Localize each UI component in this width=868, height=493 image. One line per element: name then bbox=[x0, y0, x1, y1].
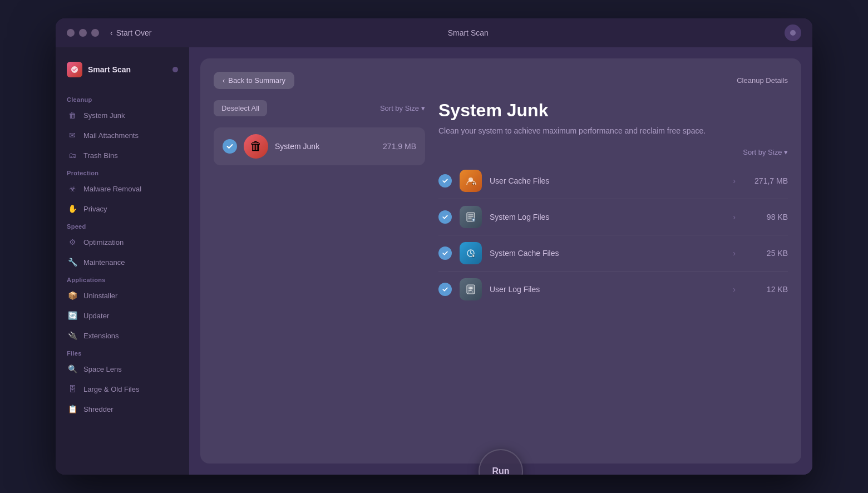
detail-title: System Junk bbox=[438, 100, 788, 121]
sort-by-size-button[interactable]: Sort by Size ▾ bbox=[380, 104, 425, 112]
sidebar-item-large-old-files[interactable]: 🗄 Large & Old Files bbox=[56, 379, 189, 399]
check-icon-user-log bbox=[438, 283, 452, 296]
sidebar-item-malware-removal[interactable]: ☣ Malware Removal bbox=[56, 179, 189, 199]
detail-item-system-cache[interactable]: System Cache Files › 25 KB bbox=[438, 235, 788, 272]
mail-attachments-icon: ✉ bbox=[67, 130, 78, 141]
nav-back[interactable]: ‹ Start Over bbox=[110, 28, 151, 37]
title-bar-action[interactable] bbox=[785, 24, 801, 41]
list-header: Deselect All Sort by Size ▾ bbox=[214, 100, 425, 116]
maintenance-icon: 🔧 bbox=[67, 257, 78, 268]
sidebar-item-trash-bins[interactable]: 🗂 Trash Bins bbox=[56, 145, 189, 165]
malware-removal-icon: ☣ bbox=[67, 183, 78, 194]
sidebar-item-updater[interactable]: 🔄 Updater bbox=[56, 305, 189, 326]
card-body: Deselect All Sort by Size ▾ bbox=[214, 100, 788, 450]
chevron-right-icon: › bbox=[733, 213, 736, 221]
sidebar-item-shredder-label: Shredder bbox=[83, 405, 113, 413]
sidebar-item-maintenance[interactable]: 🔧 Maintenance bbox=[56, 252, 189, 272]
system-cache-label: System Cache Files bbox=[490, 249, 725, 258]
chevron-right-icon: › bbox=[733, 176, 736, 185]
detail-item-system-log[interactable]: System Log Files › 98 KB bbox=[438, 199, 788, 235]
privacy-icon: ✋ bbox=[67, 203, 78, 214]
cleanup-details-label: Cleanup Details bbox=[737, 76, 788, 85]
check-circle-icon bbox=[223, 139, 237, 154]
user-log-size: 12 KB bbox=[743, 285, 788, 294]
sidebar-section-label-protection: Protection bbox=[56, 165, 189, 179]
sidebar-item-extensions-label: Extensions bbox=[83, 332, 119, 340]
sidebar-item-shredder[interactable]: 📋 Shredder bbox=[56, 399, 189, 419]
shredder-icon: 📋 bbox=[67, 403, 78, 415]
sidebar-section-label-cleanup: Cleanup bbox=[56, 92, 189, 105]
check-icon-system-log bbox=[438, 210, 452, 224]
system-cache-icon bbox=[460, 242, 482, 264]
chevron-right-icon: › bbox=[733, 249, 736, 258]
smart-scan-dot-icon bbox=[172, 67, 178, 72]
sidebar-item-updater-label: Updater bbox=[83, 312, 109, 320]
check-icon-system-cache bbox=[438, 247, 452, 260]
minimize-button[interactable] bbox=[79, 29, 87, 37]
system-cache-size: 25 KB bbox=[743, 249, 788, 258]
system-junk-list-item[interactable]: 🗑 System Junk 271,9 MB bbox=[214, 127, 425, 165]
sort-label-text: Sort by Size bbox=[380, 104, 419, 112]
detail-sort-button[interactable]: Sort by Size ▾ bbox=[743, 148, 788, 156]
deselect-all-label: Deselect All bbox=[221, 104, 259, 112]
user-cache-size: 271,7 MB bbox=[743, 176, 788, 185]
back-to-summary-button[interactable]: ‹ Back to Summary bbox=[214, 72, 294, 89]
chevron-left-icon: ‹ bbox=[110, 28, 113, 37]
detail-item-user-log[interactable]: User Log Files › 12 KB bbox=[438, 272, 788, 307]
left-panel: Deselect All Sort by Size ▾ bbox=[214, 100, 425, 450]
sidebar-section-label-applications: Applications bbox=[56, 272, 189, 285]
run-button-label: Run bbox=[492, 466, 509, 475]
sidebar-item-space-lens-label: Space Lens bbox=[83, 365, 122, 373]
close-button[interactable] bbox=[67, 29, 75, 37]
extensions-icon: 🔌 bbox=[67, 330, 78, 341]
user-cache-label: User Cache Files bbox=[490, 176, 725, 185]
chevron-left-icon: ‹ bbox=[223, 76, 225, 85]
system-log-label: System Log Files bbox=[490, 213, 725, 221]
sidebar-item-mail-attachments-label: Mail Attachments bbox=[83, 131, 139, 140]
check-icon-user-cache bbox=[438, 174, 452, 188]
user-cache-icon bbox=[460, 170, 482, 192]
right-panel: System Junk Clean your system to achieve… bbox=[438, 100, 788, 450]
sidebar: Smart Scan Cleanup 🗑 System Junk ✉ Mail … bbox=[56, 47, 189, 475]
sidebar-section-label-files: Files bbox=[56, 346, 189, 359]
sidebar-item-privacy-label: Privacy bbox=[83, 205, 107, 213]
back-btn-label: Back to Summary bbox=[228, 76, 285, 85]
large-old-files-icon: 🗄 bbox=[67, 383, 78, 395]
app-window: ‹ Start Over Smart Scan Smart Scan bbox=[56, 18, 812, 475]
sidebar-section-speed: Speed ⚙ Optimization 🔧 Maintenance bbox=[56, 219, 189, 272]
detail-description: Clean your system to achieve maximum per… bbox=[438, 125, 788, 137]
system-junk-icon: 🗑 bbox=[67, 110, 78, 121]
sidebar-item-malware-removal-label: Malware Removal bbox=[83, 185, 141, 193]
space-lens-icon: 🔍 bbox=[67, 363, 78, 374]
window-title: Smart Scan bbox=[151, 28, 785, 37]
maximize-button[interactable] bbox=[91, 29, 99, 37]
sidebar-item-system-junk[interactable]: 🗑 System Junk bbox=[56, 105, 189, 125]
sidebar-item-optimization-label: Optimization bbox=[83, 238, 124, 247]
sidebar-section-cleanup: Cleanup 🗑 System Junk ✉ Mail Attachments… bbox=[56, 92, 189, 165]
sidebar-item-extensions[interactable]: 🔌 Extensions bbox=[56, 326, 189, 346]
smart-scan-label: Smart Scan bbox=[88, 65, 131, 74]
user-log-label: User Log Files bbox=[490, 285, 725, 294]
detail-sort-arrow-icon: ▾ bbox=[784, 148, 788, 156]
system-log-size: 98 KB bbox=[743, 213, 788, 221]
traffic-lights bbox=[67, 29, 99, 37]
app-body: Smart Scan Cleanup 🗑 System Junk ✉ Mail … bbox=[56, 47, 812, 475]
detail-item-user-cache[interactable]: User Cache Files › 271,7 MB bbox=[438, 163, 788, 199]
sidebar-item-space-lens[interactable]: 🔍 Space Lens bbox=[56, 359, 189, 379]
sidebar-item-optimization[interactable]: ⚙ Optimization bbox=[56, 232, 189, 252]
sidebar-item-mail-attachments[interactable]: ✉ Mail Attachments bbox=[56, 125, 189, 145]
uninstaller-icon: 📦 bbox=[67, 290, 78, 301]
system-log-icon bbox=[460, 206, 482, 228]
sidebar-item-uninstaller[interactable]: 📦 Uninstaller bbox=[56, 285, 189, 305]
deselect-all-button[interactable]: Deselect All bbox=[214, 100, 267, 116]
main-card: ‹ Back to Summary Cleanup Details Desele… bbox=[200, 58, 801, 464]
user-log-icon bbox=[460, 278, 482, 300]
sidebar-item-maintenance-label: Maintenance bbox=[83, 258, 125, 267]
title-dot-icon bbox=[790, 30, 796, 36]
sidebar-smart-scan[interactable]: Smart Scan bbox=[56, 56, 189, 83]
list-item-label: System Junk bbox=[275, 142, 376, 151]
sidebar-item-privacy[interactable]: ✋ Privacy bbox=[56, 199, 189, 219]
run-button-container: Run bbox=[473, 449, 529, 475]
trash-bins-icon: 🗂 bbox=[67, 150, 78, 161]
run-button[interactable]: Run bbox=[479, 449, 523, 475]
